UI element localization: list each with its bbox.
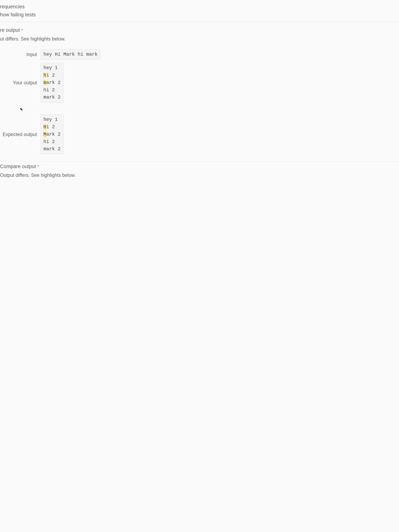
io-table: Input hey Hi Mark hi mark Your output he… bbox=[3, 46, 100, 157]
section-title: Compare output bbox=[0, 164, 36, 169]
diff-highlight: h bbox=[43, 73, 46, 78]
diff-highlight: H bbox=[43, 124, 46, 130]
section-separator bbox=[0, 161, 399, 162]
chevron-up-icon: ^ bbox=[21, 28, 23, 32]
cursor-icon: ⬉ bbox=[20, 107, 100, 111]
your-output-row: Your output hey 1 hi 2 mark 2 hi 2 mark … bbox=[3, 63, 100, 102]
input-row: Input hey Hi Mark hi mark bbox=[3, 49, 100, 60]
input-value: hey Hi Mark hi mark bbox=[41, 49, 100, 60]
chevron-up-icon: ^ bbox=[37, 165, 39, 169]
diff-status-1: ut differs. See highlights below. bbox=[0, 36, 399, 42]
expected-output-label: Expected output bbox=[3, 114, 41, 154]
nav-item-frequencies[interactable]: requencies bbox=[0, 3, 399, 11]
expected-output-value: hey 1 Hi 2 Mark 2 hi 2 mark 2 bbox=[41, 114, 63, 154]
diff-highlight: m bbox=[43, 80, 46, 85]
section-title: re output bbox=[0, 27, 20, 33]
input-label: Input bbox=[3, 49, 41, 60]
diff-status-2: Output differs. See highlights below. bbox=[0, 172, 399, 178]
compare-output-header-2[interactable]: Compare output ^ bbox=[0, 164, 399, 169]
top-nav: requencies how failing tests bbox=[0, 3, 399, 22]
compare-output-header-1[interactable]: re output ^ bbox=[0, 27, 399, 33]
nav-item-failing-tests[interactable]: how failing tests bbox=[0, 11, 399, 19]
your-output-label: Your output bbox=[3, 63, 41, 102]
diff-highlight: M bbox=[43, 132, 46, 137]
expected-output-row: Expected output hey 1 Hi 2 Mark 2 hi 2 m… bbox=[3, 114, 100, 154]
your-output-value: hey 1 hi 2 mark 2 hi 2 mark 2 bbox=[41, 63, 63, 102]
